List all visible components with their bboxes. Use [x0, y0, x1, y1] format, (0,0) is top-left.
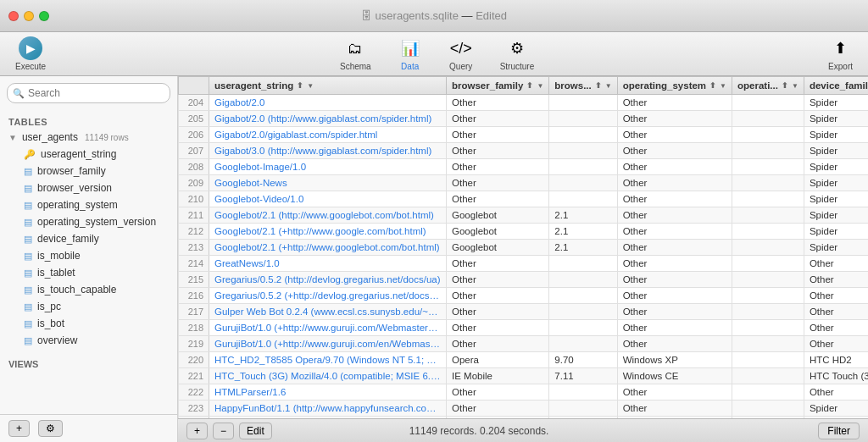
filter-arrow[interactable]: ▼ [792, 82, 798, 90]
table-row[interactable]: 207Gigabot/3.0 (http://www.gigablast.com… [179, 143, 869, 159]
sidebar-column-useragent_string[interactable]: 🔑useragent_string [0, 146, 177, 163]
sidebar-column-is_bot[interactable]: ▤is_bot [0, 315, 177, 332]
execute-button[interactable]: ▶ Execute [8, 33, 53, 75]
cell-useragent_string[interactable]: Googlebot-News [209, 175, 447, 191]
sidebar-column-device_family[interactable]: ▤device_family [0, 230, 177, 247]
cell-useragent_string[interactable]: Googlebot/2.1 (http://www.googlebot.com/… [209, 207, 447, 224]
table-row[interactable]: 208Googlebot-Image/1.0OtherOtherSpiderSp… [179, 159, 869, 175]
maximize-button[interactable] [39, 11, 49, 21]
cell-operati_short [732, 288, 804, 304]
cell-useragent_string[interactable]: Googlebot-Image/1.0 [209, 159, 447, 175]
table-row[interactable]: 213Googlebot/2.1 (+http://www.googlebot.… [179, 240, 869, 256]
settings-button[interactable]: ⚙ [38, 420, 63, 437]
edit-button[interactable]: Edit [239, 423, 272, 439]
schema-button[interactable]: 🗂 Schema [333, 33, 378, 75]
sidebar-column-is_mobile[interactable]: ▤is_mobile [0, 247, 177, 264]
table-row[interactable]: 212Googlebot/2.1 (+http://www.google.com… [179, 224, 869, 240]
sidebar-column-operating_system[interactable]: ▤operating_system [0, 196, 177, 213]
table-row[interactable]: 206Gigabot/2.0/gigablast.com/spider.html… [179, 127, 869, 143]
sidebar-column-overview[interactable]: ▤overview [0, 332, 177, 349]
cell-useragent_string[interactable]: GurujiBot/1.0 (+http://www.guruji.com/en… [209, 336, 447, 352]
table-row[interactable]: 219GurujiBot/1.0 (+http://www.guruji.com… [179, 336, 869, 352]
cell-useragent_string[interactable]: Gregarius/0.5.2 (http://devlog.gregarius… [209, 272, 447, 288]
cell-useragent_string[interactable]: GreatNews/1.0 [209, 256, 447, 272]
cell-browse_short [549, 191, 617, 207]
sort-icon[interactable]: ⬆ [297, 81, 303, 90]
table-row[interactable]: 205Gigabot/2.0 (http://www.gigablast.com… [179, 111, 869, 127]
sidebar-column-is_pc[interactable]: ▤is_pc [0, 298, 177, 315]
filter-arrow[interactable]: ▼ [720, 82, 726, 90]
cell-useragent_string[interactable]: Gigabot/2.0 (http://www.gigablast.com/sp… [209, 111, 447, 127]
filter-arrow[interactable]: ▼ [605, 82, 612, 90]
table-row[interactable]: 223HappyFunBot/1.1 (http://www.happyfuns… [179, 401, 869, 417]
filter-button[interactable]: Filter [818, 423, 860, 439]
cell-useragent_string[interactable]: Gulper Web Bot 0.2.4 (www.ecsl.cs.sunysb… [209, 304, 447, 320]
cell-useragent_string[interactable]: HTC_HD2_T8585 Opera/9.70 (Windows NT 5.1… [209, 352, 447, 368]
sidebar-column-operating_system_version[interactable]: ▤operating_system_version [0, 213, 177, 230]
table-row[interactable]: 217Gulper Web Bot 0.2.4 (www.ecsl.cs.sun… [179, 304, 869, 320]
sort-icon[interactable]: ⬆ [782, 81, 788, 90]
data-button[interactable]: 📊 Data [392, 33, 429, 75]
column-icon: ▤ [24, 301, 32, 312]
cell-useragent_string[interactable]: Gigabot/2.0 [209, 95, 447, 111]
cell-useragent_string[interactable]: Googlebot/2.1 (+http://www.google.com/bo… [209, 224, 447, 240]
table-row[interactable]: 211Googlebot/2.1 (http://www.googlebot.c… [179, 207, 869, 224]
cell-useragent_string[interactable]: Gigabot/2.0/gigablast.com/spider.html [209, 127, 447, 143]
cell-useragent_string[interactable]: HappyFunBot/1.1 (http://www.happyfunsear… [209, 401, 447, 417]
structure-button[interactable]: ⚙ Structure [493, 33, 542, 75]
sidebar-column-is_tablet[interactable]: ▤is_tablet [0, 264, 177, 281]
col-header-device_family[interactable]: device_family⬆▼ [804, 77, 868, 95]
sort-icon[interactable]: ⬆ [526, 81, 533, 90]
minimize-button[interactable] [24, 11, 34, 21]
cell-useragent_string[interactable]: Googlebot-Video/1.0 [209, 191, 447, 207]
cell-useragent_string[interactable]: HTMLParser/1.6 [209, 384, 447, 401]
cell-useragent_string[interactable]: HTC_Touch (3G) Mozilla/4.0 (compatible; … [209, 368, 447, 384]
table-row[interactable]: 215Gregarius/0.5.2 (http://devlog.gregar… [179, 272, 869, 288]
table-row[interactable]: 214GreatNews/1.0OtherOtherOtherOther / O… [179, 256, 869, 272]
column-name: is_tablet [37, 267, 75, 279]
cell-operating_system: Other [617, 191, 732, 207]
filter-arrow[interactable]: ▼ [537, 82, 543, 90]
close-button[interactable] [8, 11, 19, 21]
remove-row-button[interactable]: − [213, 423, 234, 439]
filter-arrow[interactable]: ▼ [307, 82, 314, 90]
window-controls[interactable] [8, 11, 49, 21]
query-button[interactable]: </> Query [442, 33, 480, 75]
sort-icon[interactable]: ⬆ [709, 81, 716, 90]
add-table-button[interactable]: + [8, 420, 30, 437]
cell-useragent_string[interactable]: Gigabot/3.0 (http://www.gigablast.com/sp… [209, 143, 447, 159]
table-row[interactable]: 221HTC_Touch (3G) Mozilla/4.0 (compatibl… [179, 368, 869, 384]
table-row[interactable]: 204Gigabot/2.0OtherOtherSpiderSpider / O… [179, 95, 869, 111]
column-icon: ▤ [24, 234, 32, 245]
search-box[interactable]: 🔍 [7, 83, 170, 103]
export-button[interactable]: ⬆ Export [821, 33, 860, 75]
database-item[interactable]: ▼ user_agents 11149 rows [0, 129, 177, 146]
table-row[interactable]: 222HTMLParser/1.6OtherOtherOtherOther / … [179, 384, 869, 401]
cell-browse_short: 2.1 [549, 224, 617, 240]
col-header-browser_family[interactable]: browser_family⬆▼ [447, 77, 549, 95]
sidebar-column-browser_family[interactable]: ▤browser_family [0, 163, 177, 180]
table-row[interactable]: 220HTC_HD2_T8585 Opera/9.70 (Windows NT … [179, 352, 869, 368]
sidebar-column-is_touch_capable[interactable]: ▤is_touch_capable [0, 281, 177, 298]
data-table: useragent_string⬆▼browser_family⬆▼brows.… [178, 76, 868, 418]
col-header-operating_system[interactable]: operating_system⬆▼ [617, 77, 732, 95]
table-row[interactable]: 210Googlebot-Video/1.0OtherOtherSpiderSp… [179, 191, 869, 207]
col-header-operati_short[interactable]: operati...⬆▼ [732, 77, 804, 95]
column-name: operating_system [37, 199, 118, 211]
table-row[interactable]: 218GurujiBot/1.0 (+http://www.guruji.com… [179, 320, 869, 336]
cell-useragent_string[interactable]: GurujiBot/1.0 (+http://www.guruji.com/We… [209, 320, 447, 336]
window-title: 🗄 useragents.sqlite — Edited [361, 9, 507, 22]
table-row[interactable]: 216Gregarius/0.5.2 (+http://devlog.grega… [179, 288, 869, 304]
sidebar-column-browser_version[interactable]: ▤browser_version [0, 180, 177, 196]
cell-useragent_string[interactable]: Gregarius/0.5.2 (+http://devlog.gregariu… [209, 288, 447, 304]
table-row[interactable]: 209Googlebot-NewsOtherOtherSpiderSpider … [179, 175, 869, 191]
add-row-button[interactable]: + [186, 423, 208, 439]
col-header-useragent_string[interactable]: useragent_string⬆▼ [209, 77, 447, 95]
table-wrapper[interactable]: useragent_string⬆▼browser_family⬆▼brows.… [178, 76, 868, 418]
search-input[interactable] [7, 83, 170, 103]
col-header-browse_short[interactable]: brows...⬆▼ [549, 77, 617, 95]
col-header-row_num[interactable] [179, 77, 209, 95]
cell-useragent_string[interactable]: Googlebot/2.1 (+http://www.googlebot.com… [209, 240, 447, 256]
sort-icon[interactable]: ⬆ [595, 81, 602, 90]
tree-toggle[interactable]: ▼ [8, 133, 17, 142]
